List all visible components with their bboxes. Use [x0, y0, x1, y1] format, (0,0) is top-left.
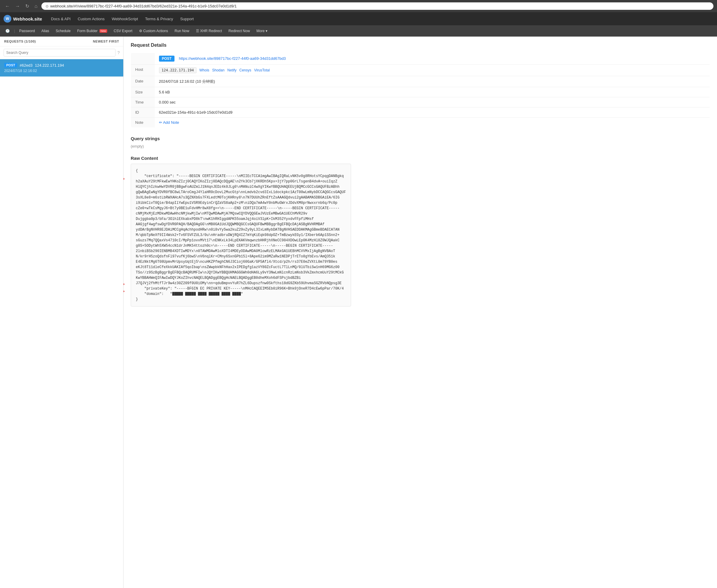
refresh-button[interactable]: ↻: [24, 3, 31, 9]
request-item[interactable]: POST #62ed3 124.222.171.194 2024/07/18 1…: [0, 59, 123, 77]
nav-docs[interactable]: Docs & API: [48, 16, 74, 22]
time-value: 0.000 sec: [155, 97, 710, 107]
raw-content-container: ➔ ➔ ➔ { "certificate": "-----BEGIN CERTI…: [131, 164, 710, 307]
main-layout: REQUESTS (1/100) Newest First ? POST #62…: [0, 37, 717, 588]
section-title: Request Details: [131, 43, 710, 48]
query-strings-empty: (empty): [131, 144, 710, 148]
url-icon: ⊙: [45, 4, 48, 8]
toolbar-clock[interactable]: 🕐: [2, 27, 13, 35]
url-text: webhook.site/#!/view/898717bc-f227-44f0-…: [50, 4, 237, 8]
id-value: 62ed321e-154a-491c-b1e9-15dc07e0d1d9: [155, 107, 710, 118]
toolbar-schedule[interactable]: Schedule: [53, 27, 74, 35]
toolbar-alias[interactable]: Alias: [38, 27, 52, 35]
date-value: 2024/07/18 12:16:02 (10 分钟前): [155, 76, 710, 87]
toolbar-more[interactable]: More ▾: [253, 27, 270, 35]
whois-link[interactable]: Whois: [200, 68, 209, 72]
request-date: 2024/07/18 12:16:02: [4, 69, 119, 73]
app-logo: W Webhook.site: [4, 15, 42, 23]
arrow-certificate: ➔: [124, 175, 125, 183]
table-row-method: POST https://webhook.site/898717bc-f227-…: [131, 53, 710, 65]
arrow-private-key: ➔: [124, 280, 125, 288]
browser-chrome: ← → ↻ ⌂ ⊙ webhook.site/#!/view/898717bc-…: [0, 0, 717, 12]
toolbar-redirect-now[interactable]: Redirect Now: [225, 27, 253, 35]
virustotal-link[interactable]: VirusTotal: [254, 68, 269, 72]
sidebar: REQUESTS (1/100) Newest First ? POST #62…: [0, 37, 124, 588]
raw-content-box: { "certificate": "-----BEGIN CERTIFICATE…: [131, 164, 351, 307]
table-row-id: ID 62ed321e-154a-491c-b1e9-15dc07e0d1d9: [131, 107, 710, 118]
table-row-note: Note ✏ Add Note: [131, 118, 710, 128]
toolbar-custom-actions[interactable]: ⚙ Custom Actions: [136, 27, 171, 35]
table-row-host: Host 124.222.171.194 Whois Shodan Netify…: [131, 65, 710, 76]
table-row-size: Size 5.6 kB: [131, 87, 710, 97]
details-table: POST https://webhook.site/898717bc-f227-…: [131, 53, 710, 128]
request-url-link[interactable]: https://webhook.site/898717bc-f227-44f0-…: [179, 56, 286, 61]
toolbar-csv-export[interactable]: CSV Export: [111, 27, 136, 35]
request-method-badge: POST: [4, 63, 17, 67]
forward-button[interactable]: →: [14, 3, 21, 9]
size-value: 5.6 kB: [155, 87, 710, 97]
new-badge: New: [99, 29, 107, 33]
add-note-button[interactable]: ✏ Add Note: [159, 120, 179, 125]
toolbar-run-now[interactable]: Run Now: [171, 27, 192, 35]
raw-content-title: Raw Content: [131, 155, 710, 161]
request-ip: 124.222.171.194: [35, 63, 64, 67]
toolbar: 🕐 | Password Alias Schedule Form Builder…: [0, 25, 717, 37]
nav-custom-actions[interactable]: Custom Actions: [75, 16, 107, 22]
shodan-link[interactable]: Shodan: [212, 68, 224, 72]
logo-icon: W: [4, 15, 11, 23]
app-nav: W Webhook.site Docs & API Custom Actions…: [0, 12, 717, 25]
home-button[interactable]: ⌂: [33, 3, 39, 9]
nav-webhookscript[interactable]: WebhookScript: [109, 16, 141, 22]
sort-label: Newest First: [93, 40, 119, 43]
nav-support[interactable]: Support: [177, 16, 197, 22]
help-button[interactable]: ?: [117, 50, 120, 55]
request-id: #62ed3: [20, 63, 33, 67]
nav-terms-privacy[interactable]: Terms & Privacy: [142, 16, 176, 22]
method-badge: POST: [159, 56, 175, 62]
table-row-date: Date 2024/07/18 12:16:02 (10 分钟前): [131, 76, 710, 87]
table-row-time: Time 0.000 sec: [131, 97, 710, 107]
host-ip: 124.222.171.194: [159, 67, 197, 73]
content-area: Request Details POST https://webhook.sit…: [124, 37, 717, 588]
sidebar-header: REQUESTS (1/100) Newest First: [0, 37, 123, 46]
search-input[interactable]: [4, 49, 116, 57]
back-button[interactable]: ←: [4, 3, 11, 9]
sidebar-search-container: ?: [0, 46, 123, 59]
logo-text: Webhook.site: [13, 16, 42, 21]
query-strings-title: Query strings: [131, 136, 710, 141]
url-bar[interactable]: ⊙ webhook.site/#!/view/898717bc-f227-44f…: [41, 2, 713, 10]
netify-link[interactable]: Netify: [227, 68, 237, 72]
requests-label: REQUESTS (1/100): [4, 40, 36, 43]
toolbar-form-builder[interactable]: Form Builder New: [74, 27, 110, 35]
censys-link[interactable]: Censys: [240, 68, 251, 72]
arrow-domain: ➔: [124, 288, 125, 295]
toolbar-xhr-redirect[interactable]: ☰ XHR Redirect: [193, 27, 225, 35]
toolbar-password[interactable]: Password: [16, 27, 38, 35]
